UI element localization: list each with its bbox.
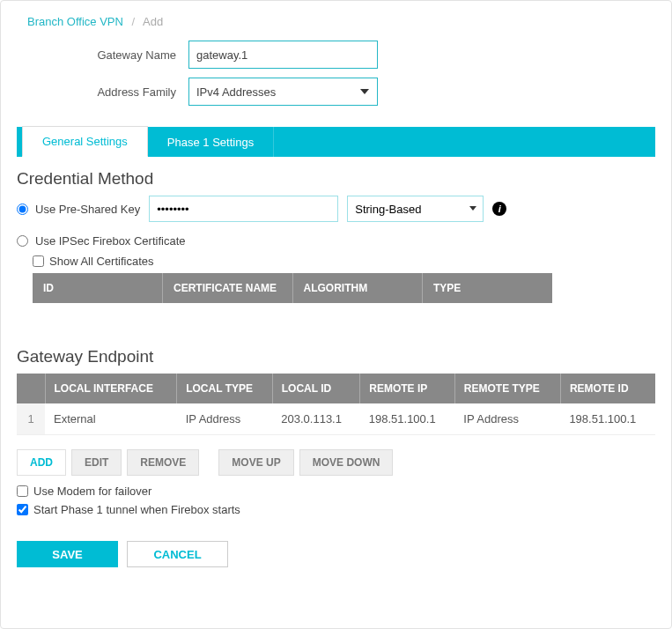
ep-col-remote-type: REMOTE TYPE [454, 374, 560, 403]
ep-row-remote-type: IP Address [454, 403, 560, 435]
gateway-name-label: Gateway Name [17, 48, 188, 62]
endpoint-table: LOCAL INTERFACE LOCAL TYPE LOCAL ID REMO… [17, 374, 655, 435]
ep-col-local-id: LOCAL ID [272, 374, 359, 403]
modem-failover-label: Use Modem for failover [33, 485, 151, 498]
gateway-endpoint-heading: Gateway Endpoint [17, 347, 655, 366]
ep-col-local-if: LOCAL INTERFACE [45, 374, 177, 403]
remove-button[interactable]: REMOVE [127, 449, 199, 476]
ep-row-local-if: External [45, 403, 177, 435]
breadcrumb-current: Add [143, 15, 163, 28]
psk-type-select[interactable]: String-Based [347, 196, 484, 222]
modem-failover-checkbox[interactable] [17, 485, 28, 497]
cert-col-id: ID [33, 273, 163, 303]
show-all-certs-label: Show All Certificates [49, 255, 154, 268]
gateway-name-input[interactable] [188, 41, 378, 69]
ep-col-num [17, 374, 45, 403]
ep-row-remote-ip: 198.51.100.1 [360, 403, 455, 435]
address-family-label: Address Family [17, 85, 188, 99]
show-all-certs-checkbox[interactable] [33, 255, 44, 267]
cert-col-name: CERTIFICATE NAME [163, 273, 293, 303]
cancel-button[interactable]: CANCEL [127, 541, 228, 567]
edit-button[interactable]: EDIT [71, 449, 122, 476]
tab-bar: General Settings Phase 1 Settings [17, 127, 655, 157]
start-phase1-label: Start Phase 1 tunnel when Firebox starts [33, 503, 240, 516]
move-down-button[interactable]: MOVE DOWN [299, 449, 394, 476]
credential-method-heading: Credential Method [17, 169, 655, 189]
add-button[interactable]: ADD [17, 449, 66, 476]
cert-table: ID CERTIFICATE NAME ALGORITHM TYPE [33, 273, 552, 303]
breadcrumb: Branch Office VPN / Add [27, 15, 655, 28]
use-psk-radio[interactable] [17, 204, 28, 215]
start-phase1-checkbox[interactable] [17, 504, 28, 515]
info-icon: i [492, 202, 506, 216]
move-up-button[interactable]: MOVE UP [218, 449, 293, 476]
ep-col-local-type: LOCAL TYPE [177, 374, 273, 403]
save-button[interactable]: SAVE [17, 541, 118, 567]
ep-row-local-type: IP Address [177, 403, 273, 435]
ep-row-local-id: 203.0.113.1 [272, 403, 359, 435]
use-cert-radio[interactable] [17, 235, 28, 247]
use-psk-label: Use Pre-Shared Key [35, 203, 140, 216]
tab-phase1-settings[interactable]: Phase 1 Settings [148, 127, 274, 157]
ep-col-remote-id: REMOTE ID [560, 374, 655, 403]
breadcrumb-parent[interactable]: Branch Office VPN [27, 15, 123, 28]
cert-col-algo: ALGORITHM [292, 273, 423, 303]
address-family-select[interactable]: IPv4 Addresses [188, 78, 378, 106]
ep-col-remote-ip: REMOTE IP [360, 374, 455, 403]
cert-col-type: TYPE [423, 273, 553, 303]
use-cert-label: Use IPSec Firebox Certificate [35, 234, 186, 248]
ep-row-num: 1 [17, 403, 45, 435]
ep-row-remote-id: 198.51.100.1 [560, 403, 655, 435]
psk-input[interactable] [149, 196, 338, 222]
table-row[interactable]: 1 External IP Address 203.0.113.1 198.51… [17, 403, 655, 435]
tab-general-settings[interactable]: General Settings [22, 126, 148, 157]
